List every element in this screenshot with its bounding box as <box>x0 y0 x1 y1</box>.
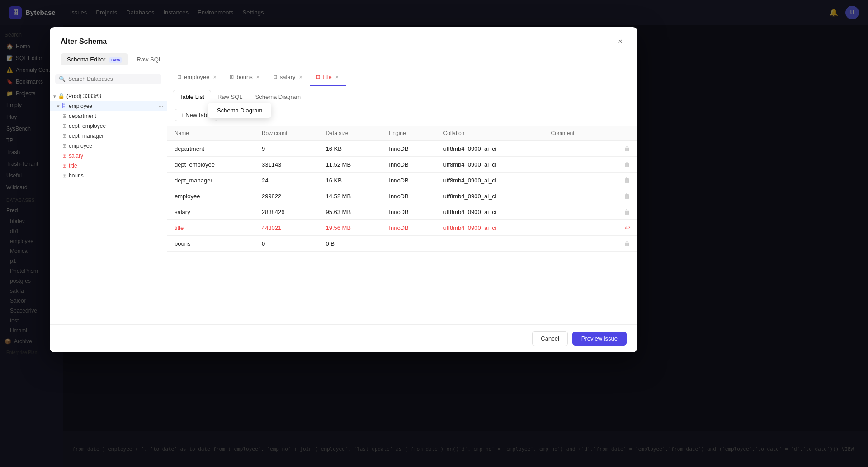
cell-data-size: 16 KB <box>318 141 382 157</box>
table-wrap: Name Row count Data size Engine Collatio… <box>167 126 637 324</box>
close-bouns-tab-button[interactable]: × <box>255 74 260 80</box>
table-row: salary 2838426 95.63 MB InnoDB utf8mb4_0… <box>167 204 637 220</box>
tree-table-title[interactable]: ⊞ title <box>50 161 167 171</box>
tree-table-employee[interactable]: ⊞ employee <box>50 141 167 151</box>
cell-data-size: 0 B <box>318 236 382 252</box>
cell-engine: InnoDB <box>382 157 436 173</box>
view-tab-schema-diagram[interactable]: Schema Diagram <box>249 90 307 103</box>
delete-row-button[interactable]: 🗑 <box>604 188 637 204</box>
db-tab-bouns[interactable]: ⊞ bouns × <box>223 69 266 86</box>
schema-diagram-tooltip: Schema Diagram <box>208 103 271 118</box>
table-icon: ⊞ <box>62 143 67 149</box>
chevron-down-icon2: ▾ <box>57 103 60 109</box>
tree-table-salary[interactable]: ⊞ salary <box>50 151 167 161</box>
cell-collation: utf8mb4_0900_ai_ci <box>436 188 544 204</box>
cancel-button[interactable]: Cancel <box>532 331 567 346</box>
modal-body: 🔍 ▾ 🔒 (Prod) 3333#3 ▾ 🗄 employee ··· <box>50 69 637 324</box>
tree-table-department[interactable]: ⊞ department <box>50 111 167 121</box>
cell-row-count: 2838426 <box>255 204 319 220</box>
cell-engine: InnoDB <box>382 220 436 236</box>
cell-row-count: 443021 <box>255 220 319 236</box>
tree-root[interactable]: ▾ 🔒 (Prod) 3333#3 <box>50 91 167 101</box>
cell-name: title <box>167 220 255 236</box>
modal-title: Alter Schema <box>61 37 107 46</box>
col-comment: Comment <box>543 126 604 141</box>
cell-comment <box>543 157 604 173</box>
view-tab-raw-sql[interactable]: Raw SQL <box>211 90 249 103</box>
col-data-size: Data size <box>318 126 382 141</box>
alter-schema-modal: Alter Schema × Schema Editor Beta Raw SQ… <box>50 27 637 352</box>
cell-name: dept_manager <box>167 173 255 188</box>
tree-table-dept-employee[interactable]: ⊞ dept_employee <box>50 121 167 131</box>
cell-data-size: 16 KB <box>318 173 382 188</box>
cell-data-size: 14.52 MB <box>318 188 382 204</box>
delete-row-button[interactable]: 🗑 <box>604 141 637 157</box>
cell-row-count: 331143 <box>255 157 319 173</box>
cell-data-size: 19.56 MB <box>318 220 382 236</box>
close-title-tab-button[interactable]: × <box>335 74 340 80</box>
cell-comment <box>543 236 604 252</box>
col-name: Name <box>167 126 255 141</box>
cell-collation: utf8mb4_0900_ai_ci <box>436 204 544 220</box>
table-row: dept_employee 331143 11.52 MB InnoDB utf… <box>167 157 637 173</box>
col-collation: Collation <box>436 126 544 141</box>
bouns-tab-icon: ⊞ <box>230 74 234 80</box>
cell-comment <box>543 220 604 236</box>
cell-row-count: 9 <box>255 141 319 157</box>
view-tabs-bar: Table List Raw SQL Schema Diagram Schema… <box>167 86 637 104</box>
tree-db-employee[interactable]: ▾ 🗄 employee ··· <box>50 101 167 111</box>
modal-footer: Cancel Preview issue <box>50 324 637 352</box>
cell-comment <box>543 204 604 220</box>
cell-collation <box>436 236 544 252</box>
col-row-count: Row count <box>255 126 319 141</box>
tab-schema-editor[interactable]: Schema Editor Beta <box>61 53 128 65</box>
chevron-down-icon: ▾ <box>53 93 56 99</box>
cell-comment <box>543 141 604 157</box>
cell-engine <box>382 236 436 252</box>
delete-row-button[interactable]: 🗑 <box>604 236 637 252</box>
db-tab-title[interactable]: ⊞ title × <box>310 69 346 86</box>
cell-name: bouns <box>167 236 255 252</box>
tree-db-menu-icon[interactable]: ··· <box>159 103 163 109</box>
view-tab-table-list[interactable]: Table List <box>173 90 211 104</box>
cell-name: dept_employee <box>167 157 255 173</box>
table-icon: ⊞ <box>62 123 67 129</box>
modal-close-button[interactable]: × <box>614 35 627 48</box>
table-icon: ⊞ <box>62 133 67 139</box>
delete-row-button[interactable]: 🗑 <box>604 157 637 173</box>
close-salary-tab-button[interactable]: × <box>298 74 303 80</box>
cell-collation: utf8mb4_0900_ai_ci <box>436 157 544 173</box>
left-panel: 🔍 ▾ 🔒 (Prod) 3333#3 ▾ 🗄 employee ··· <box>50 69 167 324</box>
employee-tab-icon: ⊞ <box>177 74 181 80</box>
table-icon: ⊞ <box>62 173 67 179</box>
preview-issue-button[interactable]: Preview issue <box>572 332 627 346</box>
cell-comment <box>543 173 604 188</box>
table-row: dept_manager 24 16 KB InnoDB utf8mb4_090… <box>167 173 637 188</box>
table-icon: ⊞ <box>62 113 67 119</box>
db-tabs-bar: ⊞ employee × ⊞ bouns × ⊞ salary × ⊞ titl… <box>167 69 637 86</box>
search-icon: 🔍 <box>59 76 66 82</box>
close-employee-tab-button[interactable]: × <box>212 74 217 80</box>
table-header-row: Name Row count Data size Engine Collatio… <box>167 126 637 141</box>
search-databases-input[interactable] <box>68 76 158 82</box>
db-tab-employee[interactable]: ⊞ employee × <box>171 69 223 86</box>
tree-area: ▾ 🔒 (Prod) 3333#3 ▾ 🗄 employee ··· ⊞ dep… <box>50 89 167 324</box>
undo-row-button[interactable]: ↩ <box>604 220 637 236</box>
cell-collation: utf8mb4_0900_ai_ci <box>436 141 544 157</box>
col-engine: Engine <box>382 126 436 141</box>
db-tab-salary[interactable]: ⊞ salary × <box>267 69 310 86</box>
delete-row-button[interactable]: 🗑 <box>604 204 637 220</box>
cell-engine: InnoDB <box>382 141 436 157</box>
cell-row-count: 24 <box>255 173 319 188</box>
delete-row-button[interactable]: 🗑 <box>604 173 637 188</box>
tree-table-bouns[interactable]: ⊞ bouns <box>50 171 167 181</box>
cell-name: department <box>167 141 255 157</box>
table-icon: ⊞ <box>62 163 67 169</box>
table-row: employee 299822 14.52 MB InnoDB utf8mb4_… <box>167 188 637 204</box>
table-row: bouns 0 0 B 🗑 <box>167 236 637 252</box>
cell-engine: InnoDB <box>382 204 436 220</box>
tab-raw-sql-main[interactable]: Raw SQL <box>130 53 168 65</box>
table-row: title 443021 19.56 MB InnoDB utf8mb4_090… <box>167 220 637 236</box>
cell-name: salary <box>167 204 255 220</box>
tree-table-dept-manager[interactable]: ⊞ dept_manager <box>50 131 167 141</box>
